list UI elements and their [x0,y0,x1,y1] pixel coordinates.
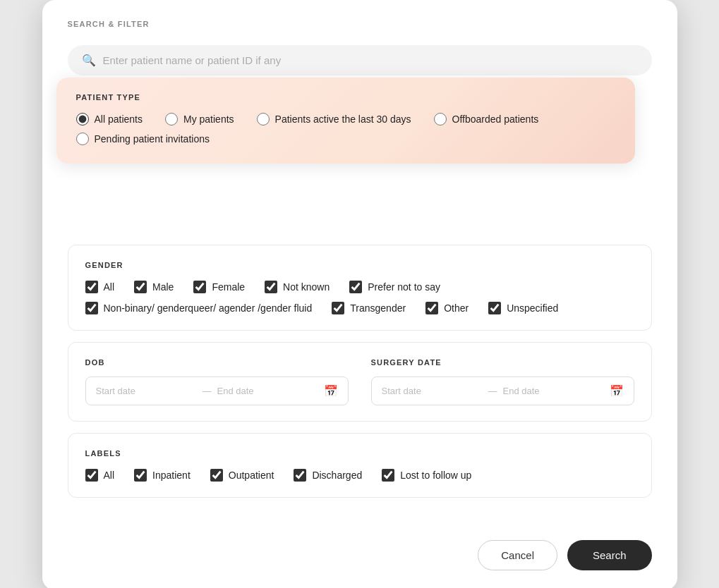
radio-offboarded-label: Offboarded patients [452,114,539,125]
patient-type-dropdown: PATIENT TYPE All patients My patients Pa… [56,78,635,164]
label-outpatient-label: Outpatient [229,470,274,481]
modal-title: SEARCH & FILTER [68,20,652,28]
radio-pending-label: Pending patient invitations [95,133,210,145]
gender-other-checkbox[interactable] [425,302,438,314]
label-discharged-checkbox[interactable] [294,469,306,482]
radio-my-patients-label: My patients [183,114,234,125]
modal-wrapper: SEARCH & FILTER 🔍 Enter patient name or … [42,0,677,588]
dob-separator: — [203,386,212,396]
gender-nonbinary-checkbox[interactable] [85,302,98,314]
search-bar[interactable]: 🔍 Enter patient name or patient ID if an… [68,45,652,75]
label-lost-label: Lost to follow up [400,470,471,481]
surgery-date-input-row[interactable]: Start date — End date 📅 [371,376,634,405]
gender-prefer-not-label: Prefer not to say [368,281,440,293]
labels-row: All Inpatient Outpatient Discharged [85,469,634,482]
radio-all-patients-label: All patients [95,114,143,125]
surgery-date-title: SURGERY DATE [371,358,634,367]
label-discharged-label: Discharged [312,470,362,481]
radio-my-patients-input[interactable] [165,113,178,125]
gender-other-option[interactable]: Other [425,302,469,314]
gender-unspecified-checkbox[interactable] [488,302,501,314]
gender-row-2: Non-binary/ genderqueer/ agender /gender… [85,302,634,314]
dob-calendar-icon[interactable]: 📅 [324,384,338,398]
search-icon: 🔍 [82,54,96,67]
dob-start-placeholder: Start date [96,386,197,396]
gender-nonbinary-option[interactable]: Non-binary/ genderqueer/ agender /gender… [85,302,313,314]
radio-active-30-label: Patients active the last 30 days [275,114,411,125]
search-input-placeholder: Enter patient name or patient ID if any [103,54,282,66]
surgery-separator: — [488,386,497,396]
radio-my-patients[interactable]: My patients [165,113,234,125]
surgery-start-placeholder: Start date [382,386,483,396]
gender-not-known-label: Not known [283,281,330,293]
label-all-checkbox[interactable] [85,469,98,482]
gender-male-option[interactable]: Male [134,281,174,293]
gender-all-checkbox[interactable] [85,281,98,293]
patient-type-options: All patients My patients Patients active… [76,113,615,145]
gender-nonbinary-label: Non-binary/ genderqueer/ agender /gender… [104,302,313,314]
gender-transgender-label: Transgender [350,302,406,314]
label-all-label: All [104,470,115,481]
gender-transgender-option[interactable]: Transgender [332,302,406,314]
gender-row-1: All Male Female Not known [85,281,634,293]
gender-female-label: Female [212,281,245,293]
gender-prefer-not-option[interactable]: Prefer not to say [349,281,440,293]
gender-transgender-checkbox[interactable] [332,302,344,314]
dob-title: DOB [85,358,349,367]
dob-end-placeholder: End date [217,386,318,396]
gender-section-title: GENDER [85,261,634,269]
gender-male-checkbox[interactable] [134,281,147,293]
cancel-button[interactable]: Cancel [478,540,557,570]
date-row: DOB Start date — End date 📅 SURGERY DATE… [85,358,634,405]
gender-section: GENDER All Male Female [68,245,652,331]
modal-header: SEARCH & FILTER [42,0,677,39]
surgery-date-group: SURGERY DATE Start date — End date 📅 [371,358,634,405]
gender-unspecified-label: Unspecified [507,302,558,314]
radio-offboarded[interactable]: Offboarded patients [434,113,539,125]
label-discharged-option[interactable]: Discharged [294,469,362,482]
gender-male-label: Male [152,281,174,293]
modal-footer: Cancel Search [42,529,677,588]
gender-female-checkbox[interactable] [193,281,206,293]
labels-section-title: LABELS [85,449,634,458]
label-inpatient-option[interactable]: Inpatient [134,469,191,482]
radio-all-patients[interactable]: All patients [76,113,143,125]
surgery-calendar-icon[interactable]: 📅 [610,384,624,398]
gender-not-known-option[interactable]: Not known [265,281,330,293]
radio-pending-input[interactable] [76,133,89,145]
labels-section: LABELS All Inpatient Outpatient [68,433,652,498]
gender-female-option[interactable]: Female [193,281,245,293]
radio-pending[interactable]: Pending patient invitations [76,133,210,145]
label-inpatient-label: Inpatient [152,470,191,481]
radio-all-patients-input[interactable] [76,113,89,125]
label-lost-checkbox[interactable] [382,469,394,482]
label-inpatient-checkbox[interactable] [134,469,147,482]
radio-active-30-input[interactable] [257,113,270,125]
surgery-end-placeholder: End date [503,386,604,396]
search-filter-modal: SEARCH & FILTER 🔍 Enter patient name or … [42,0,677,588]
label-all-option[interactable]: All [85,469,115,482]
gender-all-label: All [104,281,115,293]
date-section: DOB Start date — End date 📅 SURGERY DATE… [68,342,652,422]
radio-offboarded-input[interactable] [434,113,447,125]
label-lost-option[interactable]: Lost to follow up [382,469,471,482]
label-outpatient-checkbox[interactable] [210,469,223,482]
dob-group: DOB Start date — End date 📅 [85,358,349,405]
search-button[interactable]: Search [567,540,652,570]
gender-unspecified-option[interactable]: Unspecified [488,302,558,314]
label-outpatient-option[interactable]: Outpatient [210,469,274,482]
patient-type-label: PATIENT TYPE [76,93,615,102]
radio-active-30[interactable]: Patients active the last 30 days [257,113,411,125]
gender-not-known-checkbox[interactable] [265,281,277,293]
gender-prefer-not-checkbox[interactable] [349,281,362,293]
gender-other-label: Other [444,302,469,314]
gender-all-option[interactable]: All [85,281,115,293]
dob-input-row[interactable]: Start date — End date 📅 [85,376,349,405]
